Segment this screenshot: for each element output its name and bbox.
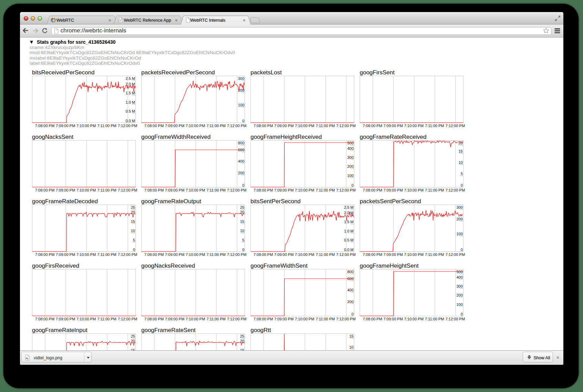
- svg-text:5: 5: [461, 172, 463, 176]
- svg-text:0: 0: [133, 248, 135, 252]
- svg-text:300: 300: [457, 205, 463, 209]
- svg-text:15: 15: [459, 149, 463, 153]
- svg-text:200: 200: [347, 164, 354, 168]
- svg-text:0: 0: [351, 312, 354, 316]
- svg-text:2.5 M: 2.5 M: [125, 76, 135, 81]
- svg-text:100: 100: [238, 103, 244, 107]
- svg-text:1.0 M: 1.0 M: [344, 229, 354, 233]
- svg-text:5: 5: [133, 238, 135, 242]
- svg-text:10: 10: [349, 345, 354, 349]
- svg-text:200: 200: [238, 171, 244, 175]
- svg-text:15: 15: [349, 334, 354, 338]
- svg-text:1.5 M: 1.5 M: [344, 220, 354, 224]
- svg-text:20: 20: [459, 141, 463, 145]
- svg-text:400: 400: [457, 275, 463, 279]
- svg-text:15: 15: [131, 219, 135, 224]
- svg-text:300: 300: [347, 155, 354, 159]
- svg-text:0: 0: [242, 119, 244, 123]
- svg-text:10: 10: [131, 229, 135, 233]
- svg-text:15: 15: [240, 219, 244, 224]
- svg-text:2.0 M: 2.0 M: [125, 82, 135, 86]
- svg-text:100: 100: [347, 174, 354, 178]
- svg-text:1.0 M: 1.0 M: [125, 100, 135, 104]
- svg-text:25: 25: [131, 334, 135, 338]
- svg-text:400: 400: [238, 159, 244, 163]
- svg-text:0: 0: [461, 248, 463, 252]
- svg-text:200: 200: [457, 217, 463, 221]
- svg-text:25: 25: [131, 205, 135, 209]
- svg-text:0.5 M: 0.5 M: [344, 238, 354, 242]
- svg-text:0.5 M: 0.5 M: [125, 109, 135, 113]
- svg-text:25: 25: [240, 205, 244, 209]
- svg-text:0: 0: [351, 183, 354, 187]
- svg-text:200: 200: [347, 300, 354, 304]
- svg-text:400: 400: [347, 146, 354, 151]
- svg-text:0: 0: [461, 183, 463, 187]
- svg-text:2.5 M: 2.5 M: [344, 205, 354, 209]
- svg-text:2.0 M: 2.0 M: [344, 211, 354, 215]
- svg-text:100: 100: [457, 232, 463, 236]
- svg-text:0: 0: [461, 312, 463, 316]
- svg-text:500: 500: [347, 141, 354, 145]
- svg-text:300: 300: [238, 76, 244, 81]
- svg-text:5: 5: [242, 238, 244, 242]
- svg-text:100: 100: [457, 302, 463, 307]
- svg-text:0.0 M: 0.0 M: [125, 119, 135, 123]
- svg-text:300: 300: [457, 284, 463, 288]
- svg-text:0: 0: [242, 183, 244, 187]
- svg-text:800: 800: [347, 270, 354, 274]
- svg-text:25: 25: [240, 334, 244, 338]
- svg-text:10: 10: [459, 161, 463, 165]
- svg-text:500: 500: [457, 270, 463, 274]
- svg-text:800: 800: [238, 141, 244, 145]
- svg-text:0.0 M: 0.0 M: [344, 248, 354, 252]
- svg-text:200: 200: [457, 293, 463, 297]
- svg-text:10: 10: [240, 229, 244, 233]
- svg-text:0: 0: [242, 248, 244, 252]
- svg-text:400: 400: [347, 288, 354, 292]
